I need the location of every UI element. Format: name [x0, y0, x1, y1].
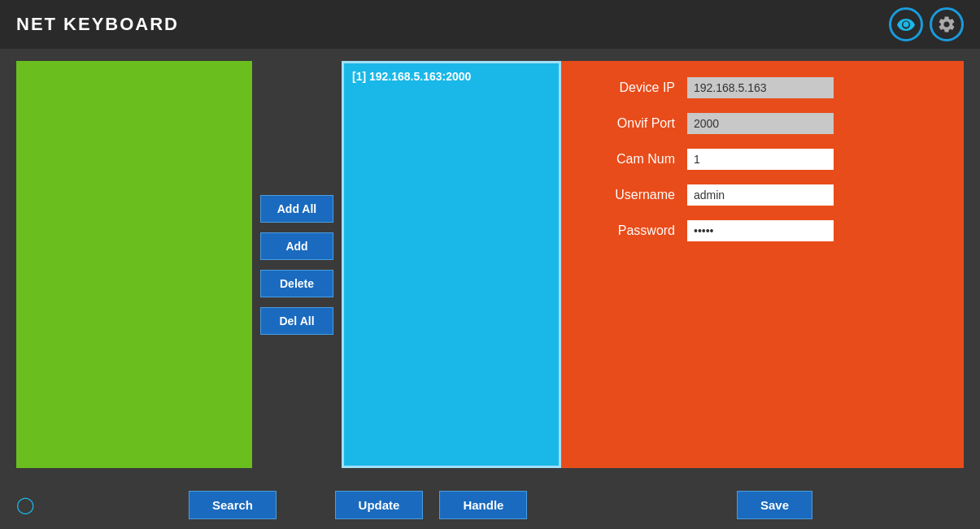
- discovered-devices-panel: [16, 61, 252, 468]
- delete-button[interactable]: Delete: [260, 270, 333, 297]
- eye-icon: [896, 15, 916, 34]
- device-ip-row: Device IP: [586, 77, 939, 98]
- password-label: Password: [586, 223, 675, 238]
- password-row: Password: [586, 220, 939, 241]
- cam-num-label: Cam Num: [586, 152, 675, 167]
- password-input[interactable]: [687, 220, 834, 241]
- app-header: NET KEYBOARD: [0, 0, 980, 49]
- onvif-port-row: Onvif Port: [586, 113, 939, 134]
- app-title: NET KEYBOARD: [16, 14, 179, 35]
- main-content: Add All Add Delete Del All [1] 192.168.5…: [0, 49, 980, 480]
- add-button[interactable]: Add: [260, 232, 333, 260]
- svg-point-0: [904, 22, 909, 28]
- info-icon[interactable]: ◯: [16, 495, 34, 514]
- header-icons: [889, 7, 964, 41]
- update-button[interactable]: Update: [335, 491, 424, 519]
- search-button[interactable]: Search: [189, 491, 277, 519]
- device-ip-label: Device IP: [586, 80, 675, 95]
- handle-button[interactable]: Handle: [439, 491, 527, 519]
- username-input[interactable]: [687, 184, 834, 206]
- eye-icon-button[interactable]: [889, 7, 923, 41]
- save-button[interactable]: Save: [737, 491, 812, 519]
- onvif-port-label: Onvif Port: [586, 116, 675, 131]
- del-all-button[interactable]: Del All: [260, 307, 333, 335]
- gear-icon: [937, 15, 956, 34]
- device-list-panel: [1] 192.168.5.163:2000: [342, 61, 561, 468]
- username-label: Username: [586, 188, 675, 202]
- transfer-controls: Add All Add Delete Del All: [252, 61, 342, 468]
- settings-icon-button[interactable]: [930, 7, 964, 41]
- cam-num-input[interactable]: [687, 149, 834, 170]
- app-footer: ◯ Search Update Handle Save: [0, 480, 980, 529]
- device-config-panel: Device IP Onvif Port Cam Num Username Pa…: [561, 61, 964, 468]
- add-all-button[interactable]: Add All: [260, 195, 333, 223]
- cam-num-row: Cam Num: [586, 149, 939, 170]
- device-ip-input[interactable]: [687, 77, 834, 98]
- device-list-item[interactable]: [1] 192.168.5.163:2000: [344, 63, 559, 89]
- username-row: Username: [586, 184, 939, 206]
- onvif-port-input[interactable]: [687, 113, 834, 134]
